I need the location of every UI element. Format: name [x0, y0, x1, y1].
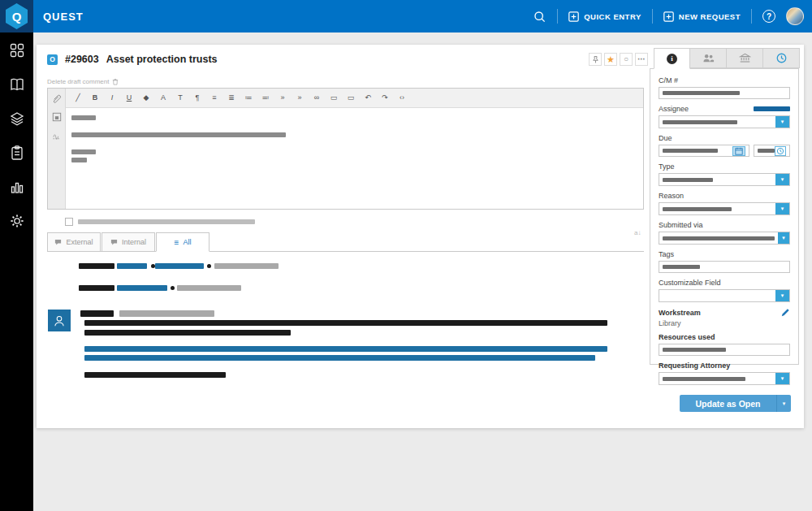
- clock-icon: [775, 52, 788, 64]
- tab-people[interactable]: [690, 48, 727, 68]
- tab-activity[interactable]: [763, 48, 800, 68]
- help-button[interactable]: ?: [762, 10, 775, 23]
- clipboard-icon: [9, 145, 25, 161]
- request-header: O #29603 Asset protection trusts: [47, 54, 218, 65]
- chevron-down-icon[interactable]: ▼: [775, 373, 789, 384]
- tab-firm[interactable]: [727, 48, 763, 68]
- submitted-via-select[interactable]: ▼: [659, 232, 790, 245]
- separator-dot: [207, 264, 211, 268]
- sidebar-item-reports[interactable]: [7, 179, 27, 195]
- chevron-down-icon[interactable]: ▼: [775, 116, 789, 128]
- tab-external[interactable]: External: [47, 232, 101, 251]
- circle-button[interactable]: ○: [620, 53, 633, 66]
- toolbar-icon-12[interactable]: »: [279, 94, 287, 102]
- toolbar-icon-3[interactable]: U: [125, 94, 133, 102]
- redacted-assign-link[interactable]: [754, 106, 790, 111]
- new-request-button[interactable]: NEW REQUEST: [663, 11, 741, 22]
- request-card: O #29603 Asset protection trusts ★ ○ ⋯ D…: [37, 45, 804, 428]
- toolbar-icon-0[interactable]: ╱: [74, 94, 82, 102]
- redacted-link[interactable]: [117, 285, 167, 291]
- clock-icon: [776, 147, 784, 155]
- toolbar-icon-2[interactable]: I: [108, 94, 116, 102]
- customizable-field-select[interactable]: ▼: [659, 289, 790, 302]
- toolbar-icon-9[interactable]: ≣: [227, 94, 235, 102]
- image-icon: [52, 112, 62, 122]
- toolbar-icon-18[interactable]: ↷: [381, 94, 389, 102]
- grid-icon: [9, 42, 25, 58]
- calendar-button[interactable]: [732, 146, 745, 156]
- search-icon: [533, 10, 546, 24]
- customizable-field-label: Customizable Field: [659, 279, 790, 287]
- toolbar-icon-4[interactable]: ◆: [142, 94, 150, 102]
- sidebar-item-collections[interactable]: [7, 110, 27, 127]
- assignee-select[interactable]: ▼: [659, 115, 790, 128]
- redacted-link[interactable]: [84, 355, 595, 361]
- quick-entry-button[interactable]: QUICK ENTRY: [568, 11, 641, 22]
- toolbar-icon-14[interactable]: ∞: [313, 94, 321, 102]
- edit-pencil-icon[interactable]: [781, 308, 790, 317]
- redacted-link[interactable]: [155, 263, 204, 269]
- sidebar-item-dashboard[interactable]: [7, 42, 27, 58]
- insert-image-button[interactable]: [51, 111, 63, 123]
- tags-input[interactable]: [659, 261, 790, 273]
- time-button[interactable]: [775, 146, 786, 156]
- cm-input[interactable]: [659, 87, 790, 99]
- chevron-down-icon[interactable]: ▼: [778, 232, 789, 244]
- resources-used-label: Resources used: [659, 333, 790, 341]
- user-avatar[interactable]: [786, 7, 804, 25]
- delete-draft-link[interactable]: Delete draft comment: [47, 78, 119, 85]
- more-button[interactable]: ⋯: [635, 53, 648, 66]
- delete-draft-label: Delete draft comment: [47, 78, 109, 85]
- sort-button[interactable]: a↓: [634, 229, 641, 236]
- due-label: Due: [659, 134, 790, 142]
- quick-entry-label: QUICK ENTRY: [584, 12, 641, 21]
- toolbar-icon-5[interactable]: A: [159, 94, 167, 102]
- attachment-button[interactable]: [51, 93, 63, 104]
- chevron-down-icon[interactable]: ▼: [775, 203, 789, 214]
- toolbar-icon-15[interactable]: ▭: [330, 94, 338, 102]
- redacted-text: [71, 158, 87, 162]
- toolbar-icon-19[interactable]: ‹›: [398, 94, 406, 102]
- requesting-attorney-select[interactable]: ▼: [659, 372, 790, 385]
- chevron-down-icon[interactable]: ▼: [775, 174, 789, 185]
- signature-button[interactable]: [51, 130, 63, 141]
- due-time-input[interactable]: [754, 145, 790, 157]
- toolbar-icon-16[interactable]: ▭: [347, 94, 355, 102]
- tab-info[interactable]: i: [654, 48, 690, 69]
- redacted-link[interactable]: [84, 346, 607, 352]
- tab-all[interactable]: ≡ All: [156, 232, 209, 252]
- toolbar-icon-17[interactable]: ↶: [364, 94, 372, 102]
- app-logo[interactable]: Q: [0, 0, 33, 32]
- update-options-button[interactable]: ▼: [776, 395, 791, 412]
- redacted-text: [84, 372, 226, 378]
- sidebar-item-requests[interactable]: [7, 145, 27, 161]
- toolbar-icon-8[interactable]: ≡: [210, 94, 218, 102]
- chevron-down-icon[interactable]: ▼: [775, 290, 789, 301]
- redacted-value: [663, 149, 718, 153]
- resources-used-input[interactable]: [659, 344, 790, 356]
- type-select[interactable]: ▼: [659, 173, 790, 186]
- tab-all-label: All: [183, 238, 191, 246]
- sidebar-item-settings[interactable]: [7, 213, 27, 229]
- toolbar-icon-10[interactable]: ≔: [244, 94, 253, 102]
- toolbar-icon-1[interactable]: B: [91, 94, 99, 102]
- editor-content[interactable]: [66, 108, 643, 209]
- star-button[interactable]: ★: [604, 53, 617, 66]
- pin-button[interactable]: [589, 53, 602, 66]
- due-date-input[interactable]: [659, 145, 749, 157]
- redacted-value: [663, 236, 775, 240]
- redacted-text: [71, 115, 96, 120]
- toolbar-icon-6[interactable]: T: [176, 94, 184, 102]
- tab-internal[interactable]: Internal: [102, 232, 155, 251]
- toolbar-icon-11[interactable]: ≕: [261, 94, 270, 102]
- search-button[interactable]: [533, 10, 546, 24]
- cm-label: C/M #: [659, 76, 790, 84]
- draft-checkbox[interactable]: [65, 218, 73, 226]
- detail-panel: C/M # Assignee ▼ Due: [650, 68, 799, 365]
- sidebar-item-library[interactable]: [7, 76, 27, 93]
- reason-select[interactable]: ▼: [659, 202, 790, 215]
- redacted-link[interactable]: [117, 263, 147, 269]
- toolbar-icon-13[interactable]: »: [296, 94, 304, 102]
- update-as-open-button[interactable]: Update as Open: [680, 395, 776, 412]
- toolbar-icon-7[interactable]: ¶: [193, 94, 201, 102]
